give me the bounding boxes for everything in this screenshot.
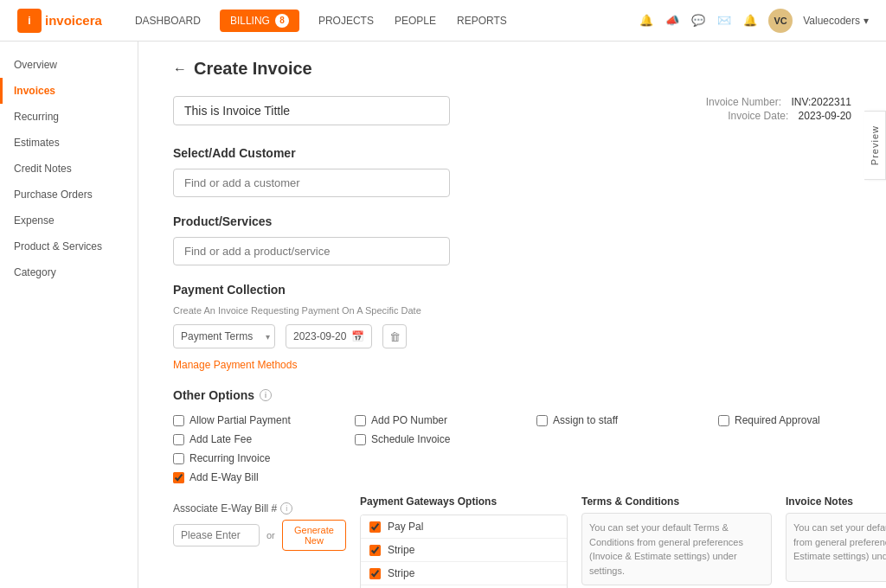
sidebar-item-category[interactable]: Category [0,259,138,285]
user-menu[interactable]: Valuecoders ▾ [803,15,869,27]
manage-payment-link[interactable]: Manage Payment Methods [173,359,297,371]
delete-payment-button[interactable]: 🗑 [382,324,407,348]
customer-section-label: Select/Add Customer [173,146,851,160]
other-options-title: Other Options i [173,388,851,402]
required-approval-checkbox: Required Approval [718,414,886,426]
main-content: Preview ← Create Invoice Invoice Number:… [138,42,886,588]
assign-to-staff-checkbox: Assign to staff [536,414,709,426]
billing-badge: 8 [275,14,289,28]
invoice-date-label: Invoice Date: [728,110,788,122]
date-input[interactable]: 2023-09-20 📅 [286,324,372,348]
sidebar-item-product-services[interactable]: Product & Services [0,233,138,259]
page-title: Create Invoice [194,59,312,79]
sidebar-item-invoices[interactable]: Invoices [0,78,138,104]
bell-icon[interactable]: 🔔 [639,13,654,29]
logo-icon: i [17,9,42,33]
terms-col: Terms & Conditions You can set your defa… [581,495,772,585]
eway-row: or Generate New [173,520,346,551]
eway-col: Associate E-Way Bill # i or Generate New [173,495,346,551]
eway-info-icon[interactable]: i [280,502,292,514]
megaphone-icon[interactable]: 📣 [664,13,680,29]
notes-col: Invoice Notes You can set your default i… [786,495,886,582]
schedule-invoice-checkbox: Schedule Invoice [355,433,528,445]
gateway-stripe-2: Stripe [361,562,567,585]
add-late-fee-checkbox: Add Late Fee [173,433,346,445]
gateway-col: Payment Gateways Options Pay Pal Stripe [360,495,568,588]
alert-icon[interactable]: 🔔 [742,13,758,29]
allow-partial-payment-checkbox: Allow Partial Payment [173,414,346,426]
gateway-title: Payment Gateways Options [360,495,568,508]
add-eway-bill-checkbox: Add E-Way Bill [173,471,346,483]
invoice-title-input[interactable] [173,96,450,125]
payment-collection-label: Payment Collection [173,283,851,297]
other-options-info-icon[interactable]: i [260,389,272,401]
recurring-invoice-checkbox: Recurring Invoice [173,452,346,464]
nav-dashboard[interactable]: DASHBOARD [133,11,202,30]
customer-section: Select/Add Customer [173,146,851,197]
nav-reports[interactable]: REPORTS [455,11,509,30]
layout: Overview Invoices Recurring Estimates Cr… [0,42,886,588]
top-navigation: i invoicera DASHBOARD BILLING 8 PROJECTS… [0,0,886,42]
page-header: ← Create Invoice [173,59,851,79]
chat-icon[interactable]: 💬 [690,13,706,29]
sidebar-item-purchase-orders[interactable]: Purchase Orders [0,182,138,208]
sidebar-item-recurring[interactable]: Recurring [0,104,138,130]
sidebar-item-overview[interactable]: Overview [0,52,138,78]
terms-select[interactable]: Payment Terms [173,324,275,348]
logo: i invoicera [17,9,102,33]
nav-projects[interactable]: PROJECTS [317,11,376,30]
eway-input[interactable] [173,524,260,546]
nav-billing[interactable]: BILLING 8 [220,10,299,32]
preview-tab[interactable]: Preview [864,111,886,180]
form-area: ← Create Invoice Invoice Number: INV:202… [138,42,886,588]
avatar[interactable]: VC [768,9,793,33]
gateway-paypal: Pay Pal [361,515,567,539]
notes-title: Invoice Notes [786,495,886,508]
generate-new-button[interactable]: Generate New [282,520,346,551]
sidebar-item-credit-notes[interactable]: Credit Notes [0,156,138,182]
invoice-date-value: 2023-09-20 [799,110,851,122]
eway-label: Associate E-Way Bill # i [173,502,346,514]
customer-input[interactable] [173,169,450,197]
invoice-number-label: Invoice Number: [706,96,781,108]
logo-text: invoicera [45,13,102,28]
payment-collection-section: Payment Collection Create An Invoice Req… [173,283,851,371]
sidebar: Overview Invoices Recurring Estimates Cr… [0,42,138,588]
nav-items: DASHBOARD BILLING 8 PROJECTS PEOPLE REPO… [133,10,618,32]
other-options-section: Other Options i Allow Partial Payment Ad… [173,388,851,588]
nav-right: 🔔 📣 💬 ✉️ 🔔 VC Valuecoders ▾ [639,9,869,33]
terms-select-wrapper: Payment Terms [173,324,275,348]
calendar-icon: 📅 [351,330,364,342]
terms-text: You can set your default Terms & Conditi… [581,513,772,585]
mail-icon[interactable]: ✉️ [716,13,732,29]
sidebar-item-estimates[interactable]: Estimates [0,130,138,156]
terms-title: Terms & Conditions [581,495,772,508]
invoice-title-row: Invoice Number: INV:2022311 Invoice Date… [173,96,851,125]
back-arrow[interactable]: ← [173,61,187,77]
add-po-number-checkbox: Add PO Number [355,414,528,426]
product-section-label: Product/Services [173,214,851,228]
gateway-stripe-1: Stripe [361,539,567,562]
gateway-list: Pay Pal Stripe Stripe [360,514,568,588]
nav-people[interactable]: PEOPLE [393,11,438,30]
payment-collection-sublabel: Create An Invoice Requesting Payment On … [173,305,851,316]
invoice-number-value: INV:2022311 [791,96,851,108]
product-input[interactable] [173,237,450,265]
payment-row: Payment Terms 2023-09-20 📅 🗑 [173,324,851,348]
sidebar-item-expense[interactable]: Expense [0,208,138,233]
product-section: Product/Services [173,214,851,265]
invoice-meta: Invoice Number: INV:2022311 Invoice Date… [706,96,851,124]
notes-text: You can set your default invoice note fr… [786,513,886,582]
